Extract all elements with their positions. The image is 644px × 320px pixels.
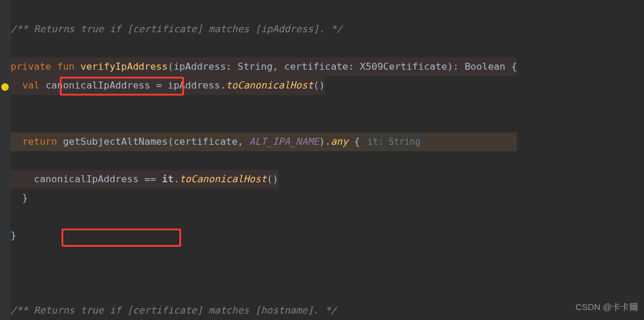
code-line — [11, 95, 517, 114]
doc-comment: /** Returns true if [certificate] matche… — [11, 23, 342, 35]
code-line: canonicalIpAddress == it.toCanonicalHost… — [11, 170, 278, 189]
identifier: certificate — [173, 136, 237, 147]
code-line: val canonicalIpAddress = ipAddress.toCan… — [11, 76, 325, 95]
keyword-private: private — [11, 61, 52, 72]
type: Boolean — [465, 61, 506, 72]
local-var: canonicalIpAddress — [46, 80, 151, 91]
keyword-val: val — [22, 80, 40, 91]
inlay-hint: it: String — [363, 136, 424, 148]
it: it — [162, 173, 173, 185]
code-line-caret: return getSubjectAltNames(certificate, A… — [11, 132, 517, 151]
code-line: private fun verifyIpAddress(ipAddress: S… — [11, 57, 517, 76]
code-line: } — [11, 226, 517, 245]
constant: ALT_IPA_NAME — [249, 136, 319, 147]
code-line — [11, 264, 517, 282]
param: ipAddress — [173, 61, 226, 72]
identifier: canonicalIpAddress — [34, 173, 139, 185]
param: certificate — [284, 61, 348, 72]
ext-fun: toCanonicalHost — [226, 80, 314, 91]
keyword-return: return — [22, 136, 57, 147]
code-line: /** Returns true if [certificate] matche… — [11, 20, 517, 39]
call: getSubjectAltNames — [63, 136, 168, 147]
type: String — [237, 61, 272, 72]
identifier: ipAddress — [168, 80, 220, 91]
editor-gutter — [0, 0, 11, 320]
code-line: /** Returns true if [certificate] matche… — [11, 301, 517, 320]
code-editor[interactable]: /** Returns true if [certificate] matche… — [11, 1, 517, 320]
ext-fun: any — [330, 136, 348, 147]
watermark: CSDN @卡卡爾 — [575, 298, 638, 316]
doc-comment: /** Returns true if [certificate] matche… — [11, 305, 336, 316]
intention-bulb-icon[interactable] — [1, 83, 9, 91]
keyword-fun: fun — [57, 61, 74, 72]
type: X509Certificate — [360, 61, 447, 72]
ext-fun: toCanonicalHost — [179, 173, 267, 185]
code-line: } — [11, 189, 517, 207]
function-name: verifyIpAddress — [80, 61, 168, 72]
